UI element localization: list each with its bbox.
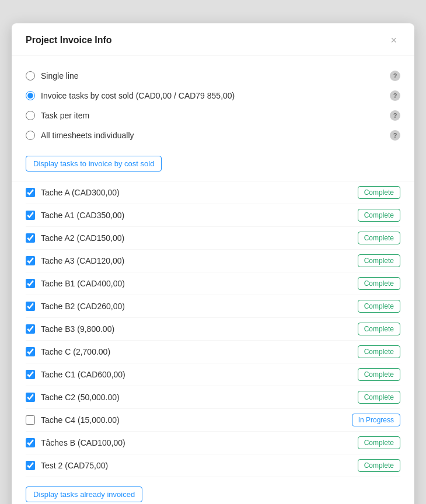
task-checkbox[interactable] (26, 347, 35, 356)
modal-header: Project Invoice Info × (12, 23, 414, 55)
task-checkbox[interactable] (26, 393, 35, 402)
task-row: Tache B3 (9,800.00)Complete (26, 318, 400, 341)
task-name: Tache C1 (CAD600,00) (41, 370, 125, 379)
task-checkbox[interactable] (26, 211, 35, 220)
task-name: Tache B3 (9,800.00) (41, 324, 114, 334)
status-badge[interactable]: Complete (358, 436, 400, 449)
task-name: Tache C2 (50,000.00) (41, 393, 120, 402)
status-badge[interactable]: Complete (358, 345, 400, 358)
status-badge[interactable]: Complete (358, 232, 400, 244)
status-badge[interactable]: Complete (358, 300, 400, 313)
status-badge[interactable]: Complete (358, 254, 400, 267)
task-checkbox[interactable] (26, 438, 35, 447)
task-name: Tache A1 (CAD350,00) (41, 211, 124, 220)
task-name: Test 2 (CAD75,00) (41, 461, 108, 470)
modal-title: Project Invoice Info (26, 35, 112, 46)
task-row: Tache C1 (CAD600,00)Complete (26, 363, 400, 386)
radio-input-single_line[interactable] (26, 71, 35, 80)
task-checkbox[interactable] (26, 324, 35, 334)
task-row: Tache B2 (CAD260,00)Complete (26, 295, 400, 318)
display-invoiced-button[interactable]: Display tasks already invoiced (26, 487, 142, 502)
radio-option-invoice_tasks_cost: Invoice tasks by cost sold (CAD0,00 / CA… (26, 86, 400, 106)
radio-label-single_line: Single line (41, 71, 79, 80)
status-badge[interactable]: Complete (358, 186, 400, 199)
task-name: Tache C4 (15,000.00) (41, 415, 120, 425)
help-icon-invoice_tasks_cost[interactable]: ? (390, 90, 400, 101)
close-icon[interactable]: × (387, 34, 400, 47)
task-checkbox[interactable] (26, 302, 35, 311)
task-name: Tache A (CAD300,00) (41, 188, 120, 197)
task-row: Tache A1 (CAD350,00)Complete (26, 204, 400, 227)
task-row: Test 2 (CAD75,00)Complete (26, 454, 400, 477)
task-row: Tache A (CAD300,00)Complete (26, 181, 400, 204)
task-checkbox[interactable] (26, 370, 35, 379)
project-invoice-modal: Project Invoice Info × Single line?Invoi… (12, 23, 414, 504)
radio-label-task_per_item: Task per item (41, 111, 89, 120)
task-checkbox[interactable] (26, 461, 35, 470)
radio-input-invoice_tasks_cost[interactable] (26, 91, 35, 100)
radio-option-single_line: Single line? (26, 66, 400, 86)
task-name: Tache B1 (CAD400,00) (41, 279, 125, 288)
radio-option-task_per_item: Task per item? (26, 106, 400, 125)
task-name: Tache A3 (CAD120,00) (41, 256, 124, 265)
task-checkbox[interactable] (26, 256, 35, 265)
help-icon-single_line[interactable]: ? (390, 71, 400, 81)
task-name: Tache C (2,700.00) (41, 347, 110, 356)
task-row: Tache A2 (CAD150,00)Complete (26, 227, 400, 250)
help-icon-task_per_item[interactable]: ? (390, 110, 400, 121)
task-row: Tache A3 (CAD120,00)Complete (26, 250, 400, 272)
status-badge[interactable]: Complete (358, 459, 400, 472)
task-row: Tache C (2,700.00)Complete (26, 341, 400, 363)
radio-option-all_timesheets: All timesheets individually? (26, 125, 400, 145)
task-name: Tache B2 (CAD260,00) (41, 302, 125, 311)
help-icon-all_timesheets[interactable]: ? (390, 130, 400, 141)
status-badge[interactable]: Complete (358, 277, 400, 290)
radio-input-all_timesheets[interactable] (26, 131, 35, 140)
task-name: Tache A2 (CAD150,00) (41, 233, 124, 243)
task-row: Tache B1 (CAD400,00)Complete (26, 272, 400, 295)
status-badge[interactable]: In Progress (352, 414, 400, 426)
radio-input-task_per_item[interactable] (26, 111, 35, 120)
task-row: Tache C2 (50,000.00)Complete (26, 386, 400, 409)
modal-body: Single line?Invoice tasks by cost sold (… (12, 55, 414, 504)
display-tasks-button[interactable]: Display tasks to invoice by cost sold (26, 156, 162, 172)
status-badge[interactable]: Complete (358, 391, 400, 404)
task-checkbox[interactable] (26, 279, 35, 288)
task-name: Tâches B (CAD100,00) (41, 438, 125, 447)
status-badge[interactable]: Complete (358, 368, 400, 381)
task-list: Tache A (CAD300,00)CompleteTache A1 (CAD… (12, 181, 414, 477)
task-checkbox[interactable] (26, 188, 35, 197)
radio-label-invoice_tasks_cost: Invoice tasks by cost sold (CAD0,00 / CA… (41, 91, 235, 100)
radio-label-all_timesheets: All timesheets individually (41, 131, 134, 140)
invoice-type-radio-group: Single line?Invoice tasks by cost sold (… (26, 66, 400, 145)
task-row: Tache C4 (15,000.00)In Progress (26, 409, 400, 432)
task-row: Tâches B (CAD100,00)Complete (26, 432, 400, 454)
task-checkbox[interactable] (26, 415, 35, 425)
task-checkbox[interactable] (26, 233, 35, 243)
status-badge[interactable]: Complete (358, 209, 400, 222)
status-badge[interactable]: Complete (358, 323, 400, 335)
